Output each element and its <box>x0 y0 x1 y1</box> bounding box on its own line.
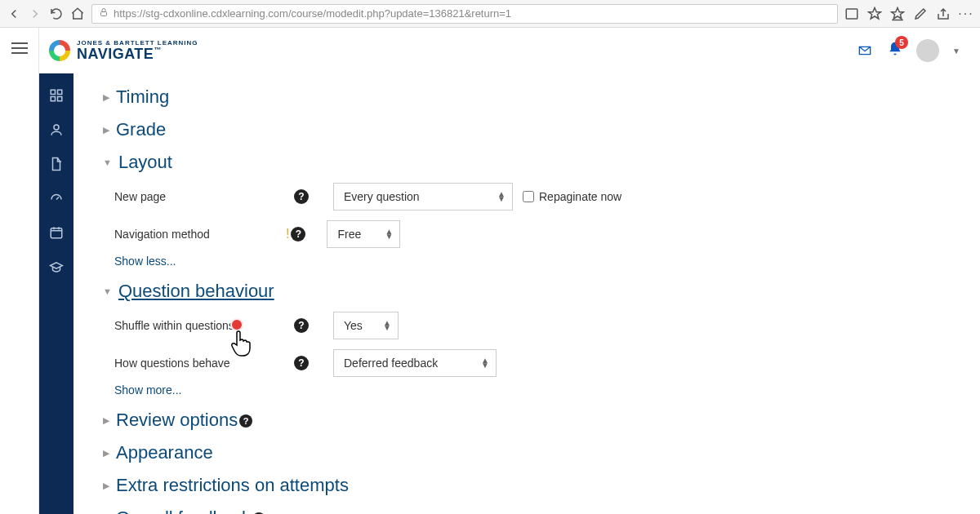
svg-rect-8 <box>51 228 62 238</box>
section-title: Extra restrictions on attempts <box>116 475 349 496</box>
new-page-select[interactable]: Every question ▲▼ <box>333 183 513 210</box>
svg-point-7 <box>54 125 59 130</box>
svg-rect-1 <box>846 9 858 19</box>
notes-icon[interactable] <box>913 7 928 21</box>
show-more-link[interactable]: Show more... <box>114 383 964 397</box>
section-layout[interactable]: ▼ Layout <box>103 152 964 173</box>
lock-icon <box>99 7 109 20</box>
side-rail <box>39 73 74 514</box>
form-area: ▶ Timing ▶ Grade ▼ Layout <box>74 73 980 514</box>
help-icon[interactable]: ? <box>239 414 252 428</box>
notification-badge: 5 <box>895 36 908 49</box>
more-icon[interactable]: ··· <box>959 7 973 21</box>
nav-method-select[interactable]: Free ▲▼ <box>327 220 400 248</box>
back-icon[interactable] <box>7 7 21 21</box>
select-arrows-icon: ▲▼ <box>481 358 489 368</box>
hamburger-icon[interactable] <box>11 42 28 54</box>
show-less-link[interactable]: Show less... <box>114 255 964 268</box>
help-icon[interactable]: ? <box>294 356 309 370</box>
forward-icon[interactable] <box>28 7 42 21</box>
help-icon[interactable]: ? <box>294 189 309 204</box>
section-overall-feedback[interactable]: ▶ Overall feedback? <box>103 507 964 514</box>
repaginate-checkbox[interactable]: Repaginate now <box>523 190 621 203</box>
new-page-label: New page <box>114 190 166 203</box>
shuffle-label: Shuffle within questions <box>114 319 234 332</box>
mail-icon[interactable] <box>856 44 874 57</box>
shuffle-select[interactable]: Yes ▲▼ <box>333 312 399 339</box>
section-question-behaviour[interactable]: ▼ Question behaviour <box>103 281 964 302</box>
section-title: Timing <box>116 86 169 108</box>
help-icon[interactable]: ? <box>294 318 309 333</box>
select-arrows-icon: ▲▼ <box>383 321 391 330</box>
chevron-right-icon: ▶ <box>103 125 109 135</box>
svg-rect-0 <box>101 12 107 16</box>
select-arrows-icon: ▲▼ <box>385 229 394 239</box>
app-header: JONES & BARTLETT LEARNING NAVIGATE™ 5 ▼ <box>39 28 980 73</box>
browser-chrome: https://stg-cdxonline.cdxlearning.com/co… <box>0 0 980 28</box>
section-title: Question behaviour <box>118 281 274 302</box>
calendar-icon[interactable] <box>49 225 64 240</box>
refresh-icon[interactable] <box>49 7 64 21</box>
section-extra-restrictions[interactable]: ▶ Extra restrictions on attempts <box>103 475 964 496</box>
avatar[interactable] <box>916 39 939 62</box>
warn-icon: ! <box>286 227 289 241</box>
section-title: Overall feedback <box>116 507 251 514</box>
logo[interactable]: JONES & BARTLETT LEARNING NAVIGATE™ <box>49 40 198 61</box>
section-review-options[interactable]: ▶ Review options? <box>103 410 964 431</box>
svg-rect-3 <box>51 90 55 94</box>
brand-big: NAVIGATE <box>77 46 154 62</box>
url-bar[interactable]: https://stg-cdxonline.cdxlearning.com/co… <box>91 4 838 24</box>
chevron-down-icon: ▼ <box>103 157 112 167</box>
url-text: https://stg-cdxonline.cdxlearning.com/co… <box>114 7 511 20</box>
users-icon[interactable] <box>49 122 64 137</box>
svg-rect-5 <box>51 97 55 101</box>
dashboard-icon[interactable] <box>49 88 64 103</box>
svg-rect-4 <box>58 90 62 94</box>
home-icon[interactable] <box>70 7 85 21</box>
logo-badge-icon <box>49 40 70 61</box>
share-icon[interactable] <box>936 7 951 21</box>
section-appearance[interactable]: ▶ Appearance <box>103 442 964 463</box>
section-title: Grade <box>116 119 166 140</box>
nav-method-label: Navigation method <box>114 228 210 241</box>
reading-view-icon[interactable] <box>844 7 859 21</box>
gauge-icon[interactable] <box>49 191 64 206</box>
chevron-right-icon: ▶ <box>103 415 109 426</box>
section-title: Layout <box>118 152 172 173</box>
hamburger-column <box>0 28 39 514</box>
section-timing[interactable]: ▶ Timing <box>103 86 964 108</box>
section-title: Review options <box>116 410 238 430</box>
file-icon[interactable] <box>49 157 64 171</box>
section-grade[interactable]: ▶ Grade <box>103 119 964 140</box>
notifications-button[interactable]: 5 <box>887 41 903 60</box>
behave-select[interactable]: Deferred feedback ▲▼ <box>333 349 497 377</box>
chevron-right-icon: ▶ <box>103 92 109 103</box>
section-title: Appearance <box>116 442 213 463</box>
svg-rect-6 <box>58 97 62 101</box>
chevron-down-icon: ▼ <box>103 286 112 296</box>
star-icon[interactable] <box>867 7 882 21</box>
chevron-right-icon: ▶ <box>103 481 109 491</box>
graduation-icon[interactable] <box>49 259 64 274</box>
user-menu-caret[interactable]: ▼ <box>952 47 960 55</box>
favorites-icon[interactable] <box>890 7 905 21</box>
help-icon[interactable]: ? <box>291 227 305 241</box>
behave-label: How questions behave <box>114 357 230 370</box>
select-arrows-icon: ▲▼ <box>497 192 506 202</box>
chevron-right-icon: ▶ <box>103 448 109 459</box>
